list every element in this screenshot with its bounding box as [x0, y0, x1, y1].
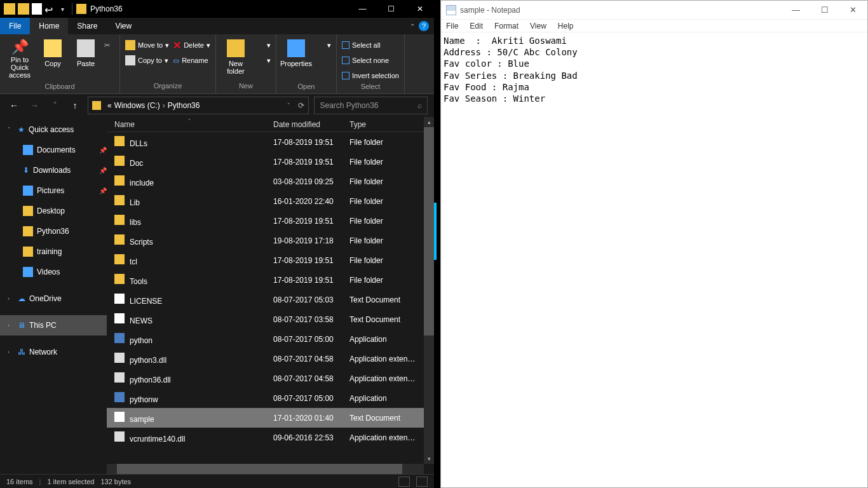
nav-item-python36[interactable]: Python36 — [0, 221, 107, 241]
tab-share[interactable]: Share — [68, 18, 106, 34]
back-button[interactable]: ← — [6, 98, 22, 113]
address-bar[interactable]: « Windows (C:) › Python36 ˅ ⟳ — [88, 97, 309, 114]
cut-button[interactable]: ✂ — [104, 38, 114, 52]
nav-item-downloads[interactable]: ⬇Downloads📌 — [0, 160, 107, 180]
easy-access-button[interactable]: ▾ — [254, 53, 271, 67]
select-all-button[interactable]: Select all — [342, 38, 399, 52]
minimize-button[interactable]: ― — [348, 0, 377, 18]
qat-dropdown-icon[interactable]: ▾ — [57, 6, 68, 13]
file-row[interactable]: Doc17-08-2019 19:51File folder — [107, 152, 434, 172]
file-row[interactable]: Scripts19-08-2019 17:18File folder — [107, 231, 434, 250]
collapse-ribbon-icon[interactable]: ⌃ — [410, 23, 419, 30]
nav-this-pc[interactable]: ›🖥This PC — [0, 315, 107, 336]
tab-home[interactable]: Home — [30, 18, 68, 34]
pin-quick-access-button[interactable]: 📌Pin to Quick access — [5, 37, 34, 79]
history-button[interactable] — [315, 69, 331, 83]
maximize-button[interactable]: ☐ — [810, 1, 839, 20]
new-item-button[interactable]: ▾ — [254, 38, 271, 52]
file-row[interactable]: DLLs17-08-2019 19:51File folder — [107, 132, 434, 152]
open-button[interactable]: ▾ — [315, 38, 331, 52]
menu-format[interactable]: Format — [493, 22, 520, 30]
file-name: python — [130, 336, 153, 345]
col-type-header[interactable]: Type — [349, 120, 434, 129]
ribbon-group-new: New folder ▾ ▾ New — [216, 34, 276, 93]
nav-item-documents[interactable]: Documents📌 — [0, 140, 107, 160]
copy-path-button[interactable] — [104, 53, 114, 67]
close-button[interactable]: ✕ — [839, 1, 867, 20]
close-button[interactable]: ✕ — [405, 0, 434, 18]
file-row[interactable]: LICENSE08-07-2017 05:03Text Document — [107, 290, 434, 309]
nav-item-videos[interactable]: Videos — [0, 262, 107, 282]
edit-button[interactable] — [315, 53, 331, 67]
up-button[interactable]: ↑ — [67, 98, 83, 113]
file-name: libs — [130, 218, 141, 227]
notepad-text-area[interactable]: Name : Akriti Goswami Address : 50/C Abc… — [441, 32, 867, 107]
file-row[interactable]: Tools17-08-2019 19:51File folder — [107, 270, 434, 290]
col-date-header[interactable]: Date modified — [273, 120, 349, 129]
select-none-button[interactable]: Select none — [342, 53, 399, 67]
file-row[interactable]: vcruntime140.dll09-06-2016 22:53Applicat… — [107, 428, 434, 447]
nav-quick-access[interactable]: ˅★Quick access — [0, 119, 107, 140]
menu-help[interactable]: Help — [557, 22, 575, 30]
vertical-scrollbar[interactable]: ▴ ▾ — [424, 117, 434, 464]
chevron-right-icon[interactable]: › — [163, 101, 165, 110]
tab-file[interactable]: File — [0, 18, 30, 34]
undo-icon[interactable]: ↩ — [44, 4, 55, 14]
file-row[interactable]: sample17-01-2020 01:40Text Document — [107, 408, 434, 428]
menu-file[interactable]: File — [445, 22, 459, 30]
help-icon[interactable]: ? — [419, 21, 429, 31]
minimize-button[interactable]: ― — [782, 1, 810, 20]
group-label: Select — [342, 83, 399, 91]
refresh-icon[interactable]: ⟳ — [298, 101, 304, 110]
nav-item-desktop[interactable]: Desktop — [0, 201, 107, 221]
address-dropdown-icon[interactable]: ˅ — [287, 102, 290, 109]
tab-view[interactable]: View — [106, 18, 140, 34]
address-seg[interactable]: Python36 — [168, 101, 200, 110]
search-icon[interactable]: ⌕ — [417, 101, 422, 110]
properties-button[interactable]: Properties — [281, 37, 311, 67]
copy-button[interactable]: Copy — [38, 37, 67, 67]
file-row[interactable]: libs17-08-2019 19:51File folder — [107, 211, 434, 231]
nav-network[interactable]: ›🖧Network — [0, 342, 107, 362]
paste-button[interactable]: Paste — [71, 37, 100, 67]
forward-button[interactable]: → — [27, 98, 42, 113]
recent-dropdown[interactable]: ˅ — [47, 98, 62, 113]
delete-icon: ✕ — [173, 39, 181, 51]
maximize-button[interactable]: ☐ — [377, 0, 405, 18]
file-row[interactable]: python3.dll08-07-2017 04:58Application e… — [107, 349, 434, 369]
scroll-thumb[interactable] — [424, 127, 434, 336]
file-row[interactable]: Lib16-01-2020 22:40File folder — [107, 191, 434, 211]
scroll-up-icon[interactable]: ▴ — [424, 117, 434, 127]
file-row[interactable]: pythonw08-07-2017 05:00Application — [107, 388, 434, 408]
file-row[interactable]: python08-07-2017 05:00Application — [107, 329, 434, 349]
scroll-down-icon[interactable]: ▾ — [424, 454, 434, 464]
folder-icon — [23, 206, 33, 216]
rename-button[interactable]: ▭Rename — [173, 53, 210, 67]
menu-view[interactable]: View — [529, 22, 548, 30]
delete-button[interactable]: ✕Delete ▾ — [173, 38, 210, 52]
file-row[interactable]: include03-08-2019 09:25File folder — [107, 172, 434, 191]
nav-onedrive[interactable]: ›☁OneDrive — [0, 288, 107, 309]
nav-item-training[interactable]: training — [0, 241, 107, 262]
menu-edit[interactable]: Edit — [468, 22, 484, 30]
new-folder-button[interactable]: New folder — [221, 37, 250, 75]
paste-icon — [77, 39, 95, 57]
file-row[interactable]: NEWS08-07-2017 03:58Text Document — [107, 309, 434, 329]
address-seg[interactable]: Windows (C:) — [114, 101, 160, 110]
large-icons-view-icon[interactable] — [416, 477, 428, 487]
paste-shortcut-button[interactable] — [104, 69, 114, 83]
col-name-header[interactable]: Name — [114, 120, 273, 129]
horizontal-scrollbar[interactable] — [107, 464, 424, 474]
file-icon — [114, 274, 125, 284]
invert-selection-button[interactable]: Invert selection — [342, 69, 399, 83]
details-view-icon[interactable] — [398, 477, 410, 487]
copy-to-button[interactable]: Copy to ▾ — [125, 53, 169, 67]
new-folder-icon — [227, 39, 245, 57]
move-to-button[interactable]: Move to ▾ — [125, 38, 169, 52]
scroll-thumb[interactable] — [117, 464, 402, 474]
file-row[interactable]: tcl17-08-2019 19:51File folder — [107, 250, 434, 270]
search-input[interactable]: Search Python36 ⌕ — [314, 97, 428, 114]
file-date: 17-01-2020 01:40 — [273, 414, 349, 423]
nav-item-pictures[interactable]: Pictures📌 — [0, 180, 107, 201]
file-row[interactable]: python36.dll08-07-2017 04:58Application … — [107, 369, 434, 388]
